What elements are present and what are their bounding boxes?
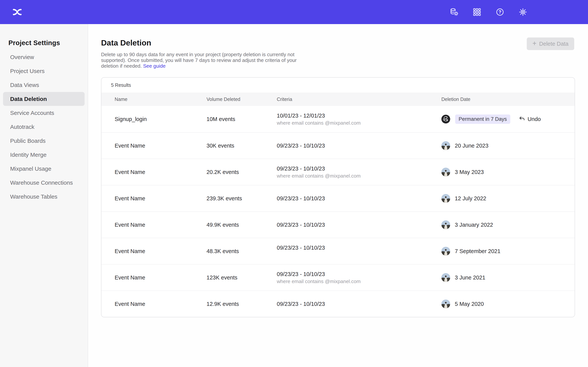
table-row: Signup_login 10M events 10/01/23 - 12/01…: [102, 106, 575, 132]
table-row: Event Name 239.3K events 09/23/23 - 10/1…: [102, 185, 575, 211]
delete-data-button-label: Delete Data: [539, 41, 569, 47]
criteria-filter: where email contains @mixpanel.com: [277, 173, 361, 179]
sidebar-item-overview[interactable]: Overview: [3, 50, 85, 64]
criteria-date-range: 10/01/23 - 12/01/23: [277, 113, 325, 119]
volume-deleted: 30K events: [207, 142, 234, 149]
mixpanel-logo[interactable]: [11, 6, 23, 18]
database-gear-icon: [450, 8, 458, 17]
permanent-status-badge: Permanent in 7 Days: [455, 115, 510, 124]
member-avatar: [441, 168, 450, 176]
sidebar-item-warehouse-connections[interactable]: Warehouse Connections: [3, 176, 85, 190]
sidebar-item-identity-merge[interactable]: Identity Merge: [3, 148, 85, 162]
undo-icon: [519, 116, 525, 123]
criteria-date-range: 09/23/23 - 10/10/23: [277, 271, 325, 277]
member-avatar: [441, 141, 450, 150]
table-row: Event Name 49.9K events 09/23/23 - 10/10…: [102, 211, 575, 238]
event-name: Event Name: [115, 222, 145, 228]
criteria-filter: where email contains @mixpanel.com: [277, 120, 361, 126]
volume-deleted: 10M events: [207, 116, 235, 122]
volume-deleted: 48.3K events: [207, 248, 239, 254]
event-name: Event Name: [115, 275, 145, 281]
gear-icon: [518, 8, 527, 17]
creator-avatar: [441, 115, 450, 124]
volume-deleted: 49.9K events: [207, 222, 239, 228]
deletion-date: 3 June 2021: [455, 275, 485, 281]
event-name: Event Name: [115, 142, 145, 149]
help-button[interactable]: ?: [495, 7, 505, 17]
event-name: Event Name: [115, 301, 145, 307]
sidebar-item-data-deletion[interactable]: Data Deletion: [3, 92, 85, 106]
page-title: Data Deletion: [101, 38, 574, 47]
column-header-name: Name: [102, 92, 207, 106]
top-navigation-bar: ?: [0, 0, 588, 24]
event-name: Event Name: [115, 169, 145, 175]
main-content: Data Deletion Delete up to 90 days data …: [88, 24, 588, 367]
sidebar-item-autotrack[interactable]: Autotrack: [3, 120, 85, 134]
table-row: Event Name 12.9K events 09/23/23 - 10/10…: [102, 291, 575, 317]
sidebar-title: Project Settings: [9, 39, 88, 47]
question-mark-icon: ?: [495, 8, 505, 17]
deletion-date: 3 May 2023: [455, 169, 484, 175]
sidebar-item-project-users[interactable]: Project Users: [3, 64, 85, 78]
volume-deleted: 12.9K events: [207, 301, 239, 307]
see-guide-link[interactable]: See guide: [143, 63, 165, 69]
table-row: Event Name 30K events 09/23/23 - 10/10/2…: [102, 132, 575, 159]
criteria-date-range: 09/23/23 - 10/10/23: [277, 222, 325, 228]
topbar-actions: ?: [449, 7, 528, 17]
event-name: Signup_login: [115, 116, 147, 122]
criteria-date-range: 09/23/23 - 10/10/23: [277, 166, 325, 172]
sidebar-item-mixpanel-usage[interactable]: Mixpanel Usage: [3, 162, 85, 176]
table-row: Event Name 20.2K events 09/23/23 - 10/10…: [102, 159, 575, 185]
member-avatar: [441, 273, 450, 282]
sidebar-item-data-views[interactable]: Data Views: [3, 78, 85, 92]
volume-deleted: 123K events: [207, 275, 237, 281]
deletion-date: 20 June 2023: [455, 142, 488, 149]
member-avatar: [441, 247, 450, 256]
event-name: Event Name: [115, 195, 145, 202]
column-header-volume-deleted: Volume Deleted: [207, 92, 277, 106]
member-avatar: [441, 220, 450, 229]
table-header-row: Name Volume Deleted Criteria Deletion Da…: [102, 92, 575, 106]
settings-button[interactable]: [518, 7, 528, 17]
volume-deleted: 20.2K events: [207, 169, 239, 175]
sidebar-item-service-accounts[interactable]: Service Accounts: [3, 106, 85, 120]
criteria-date-range: 09/23/23 - 10/10/23: [277, 142, 325, 149]
sidebar-item-public-boards[interactable]: Public Boards: [3, 134, 85, 148]
deletion-date: 5 May 2020: [455, 301, 484, 307]
mixpanel-x-icon: [12, 7, 23, 17]
undo-label: Undo: [527, 116, 541, 122]
deletion-requests-card: 5 Results Name Volume Deleted Criteria D…: [101, 77, 575, 317]
criteria-date-range: 09/23/23 - 10/10/23: [277, 195, 325, 202]
deletion-date: 12 July 2022: [455, 195, 486, 202]
data-management-button[interactable]: [449, 7, 459, 17]
column-header-criteria: Criteria: [277, 92, 441, 106]
criteria-date-range: 09/23/23 - 10/10/23: [277, 301, 325, 307]
criteria-filter: where email contains @mixpanel.com: [277, 278, 361, 284]
member-avatar: [441, 300, 450, 308]
sidebar-item-warehouse-tables[interactable]: Warehouse Tables: [3, 190, 85, 204]
results-count: 5 Results: [102, 78, 575, 92]
page-description-text: Delete up to 90 days data for any event …: [101, 52, 297, 69]
table-row: Event Name 48.3K events 09/23/23 - 10/10…: [102, 238, 575, 264]
page-header: Data Deletion Delete up to 90 days data …: [88, 24, 588, 69]
table-row: Event Name 123K events 09/23/23 - 10/10/…: [102, 264, 575, 291]
page-description: Delete up to 90 days data for any event …: [101, 52, 302, 69]
delete-data-button[interactable]: + Delete Data: [527, 37, 574, 50]
column-header-deletion-date: Deletion Date: [441, 92, 575, 106]
table-body: Signup_login 10M events 10/01/23 - 12/01…: [102, 106, 575, 317]
plus-icon: +: [533, 40, 536, 47]
undo-button[interactable]: Undo: [519, 116, 541, 123]
volume-deleted: 239.3K events: [207, 195, 242, 202]
grid-icon: [472, 8, 482, 17]
project-settings-sidebar: Project Settings OverviewProject UsersDa…: [0, 24, 88, 367]
member-avatar: [441, 194, 450, 203]
deletion-date: 7 September 2021: [455, 248, 501, 254]
apps-grid-button[interactable]: [472, 7, 482, 17]
svg-text:?: ?: [499, 9, 502, 15]
criteria-date-range: 09/23/23 - 10/10/23: [277, 245, 325, 251]
deletion-date: 3 January 2022: [455, 222, 493, 228]
sidebar-nav: OverviewProject UsersData ViewsData Dele…: [0, 50, 88, 204]
event-name: Event Name: [115, 248, 145, 254]
